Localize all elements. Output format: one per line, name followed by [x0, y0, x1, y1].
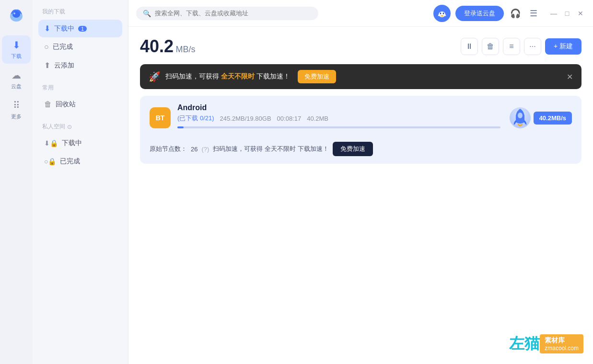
more-button[interactable]: ··· [524, 38, 541, 55]
rocket-icon [507, 105, 534, 131]
nodes-accelerate-button[interactable]: 免费加速 [333, 142, 373, 156]
qq-avatar [433, 5, 451, 22]
nav-item-recycle-label: 回收站 [56, 100, 76, 109]
download-icon: ⬇ [12, 39, 21, 51]
nav-item-cloud-add[interactable]: ⬆ 云添加 [38, 57, 122, 74]
downloading-icon: ⬇ [44, 24, 50, 33]
promo-highlight: 全天不限时 [221, 72, 255, 80]
maximize-button[interactable]: □ [562, 9, 572, 18]
recycle-icon: 🗑 [44, 100, 52, 109]
sidebar-item-download-label: 下载 [11, 53, 22, 60]
download-right: 40.2MB/s [507, 105, 572, 131]
search-icon: 🔍 [143, 10, 151, 17]
speed-badge: 40.2MB/s [534, 112, 572, 125]
nav-item-recycle[interactable]: 🗑 回收站 [38, 96, 122, 113]
speed-display: 40.2 MB/s [140, 36, 196, 57]
promo-banner: 🚀 扫码加速，可获得 全天不限时 下载加速！ 免费加速 ✕ [140, 64, 581, 89]
download-card-header: BT Android (已下载 0/21) 245.2MB/19.80GB 00… [150, 103, 572, 132]
nav-panel: 我的下载 ⬇ 下载中 1 ○ 已完成 ⬆ 云添加 常用 🗑 回收站 私人空间 ⊙… [33, 0, 128, 364]
promo-close-button[interactable]: ✕ [567, 72, 573, 81]
nav-section-my: 我的下载 ⬇ 下载中 1 ○ 已完成 ⬆ 云添加 [38, 8, 122, 74]
sidebar-item-download[interactable]: ⬇ 下载 [2, 35, 31, 64]
topbar: 🔍 登录送云盘 🎧 ☰ — □ [128, 0, 593, 27]
file-size: 245.2MB/19.80GB [220, 115, 271, 122]
download-meta: (已下载 0/21) 245.2MB/19.80GB 00:08:17 40.2… [177, 114, 500, 123]
sidebar-item-cloud-label: 云盘 [11, 83, 22, 90]
private-download-icon: ⬇🔒 [44, 139, 58, 147]
toolbar-buttons: ⏸ 🗑 ≡ ··· + 新建 [461, 38, 581, 55]
bt-icon: BT [150, 107, 171, 128]
svg-point-2 [13, 12, 15, 14]
nav-section-private-title: 私人空间 ⊙ [38, 123, 122, 131]
sort-button[interactable]: ≡ [503, 38, 520, 55]
sidebar-item-cloud[interactable]: ☁ 云盘 [2, 66, 31, 94]
svg-point-7 [443, 13, 444, 14]
new-task-button[interactable]: + 新建 [545, 38, 581, 55]
nav-section-common-title: 常用 [38, 84, 122, 92]
speed-unit: MB/s [176, 45, 196, 54]
nodes-count: 26 [191, 146, 198, 153]
sidebar-item-more[interactable]: ⠿ 更多 [2, 96, 31, 124]
app-logo [6, 5, 27, 26]
watermark-blue-text: 左猫 [509, 333, 540, 354]
nav-item-completed-label: 已完成 [53, 43, 73, 51]
download-info: Android (已下载 0/21) 245.2MB/19.80GB 00:08… [177, 103, 500, 132]
help-icon[interactable]: (?) [201, 146, 209, 153]
close-button[interactable]: ✕ [576, 9, 585, 18]
headset-icon[interactable]: 🎧 [509, 7, 522, 20]
download-name: Android [177, 103, 500, 112]
nav-item-private-completed-label: 已完成 [60, 157, 80, 166]
svg-point-10 [518, 113, 523, 118]
promo-rocket-icon: 🚀 [149, 71, 161, 82]
nodes-prefix: 原始节点数： [150, 145, 187, 153]
search-box[interactable]: 🔍 [136, 7, 318, 20]
nav-section-my-title: 我的下载 [38, 8, 122, 16]
pause-button[interactable]: ⏸ [461, 38, 478, 55]
nodes-desc-text: 扫码加速，可获得 全天不限时 下载加速！ [213, 145, 328, 153]
minimize-button[interactable]: — [549, 9, 558, 18]
delete-button[interactable]: 🗑 [482, 38, 499, 55]
svg-point-8 [441, 15, 443, 16]
promo-free-button[interactable]: 免费加速 [298, 70, 336, 83]
speed-right: 40.2MB [307, 115, 328, 122]
nav-item-downloading-label: 下载中 [54, 24, 74, 33]
time-remaining: 00:08:17 [277, 115, 302, 122]
nav-item-private-downloading[interactable]: ⬇🔒 下载中 [38, 135, 122, 152]
icon-sidebar: ⬇ 下载 ☁ 云盘 ⠿ 更多 [0, 0, 33, 364]
rocket-speed-display: 40.2MB/s [507, 105, 572, 131]
promo-text: 扫码加速，可获得 全天不限时 下载加速！ [165, 72, 290, 81]
cloud-add-icon: ⬆ [44, 61, 50, 70]
svg-point-1 [12, 11, 20, 18]
menu-icon[interactable]: ☰ [527, 7, 540, 20]
nav-item-downloading[interactable]: ⬇ 下载中 1 [38, 20, 122, 37]
sidebar-item-more-label: 更多 [11, 113, 22, 120]
nodes-row: 原始节点数： 26 (?) 扫码加速，可获得 全天不限时 下载加速！ 免费加速 [150, 138, 572, 156]
watermark: 左猫 素材库 zmacool.com [509, 333, 583, 354]
speed-header: 40.2 MB/s ⏸ 🗑 ≡ ··· + 新建 [140, 36, 581, 57]
completed-icon: ○ [44, 43, 49, 51]
private-completed-icon: ○🔒 [44, 158, 56, 165]
nav-section-common: 常用 🗑 回收站 [38, 84, 122, 113]
main-content: 🔍 登录送云盘 🎧 ☰ — □ [128, 0, 593, 364]
cloud-icon: ☁ [12, 69, 21, 81]
nav-section-private: 私人空间 ⊙ ⬇🔒 下载中 ○🔒 已完成 [38, 123, 122, 170]
progress-bar-fill [177, 126, 184, 128]
speed-value: 40.2 [140, 36, 174, 56]
content-area: 40.2 MB/s ⏸ 🗑 ≡ ··· + 新建 🚀 扫码加速，可获得 全天不限… [128, 27, 593, 364]
private-info-icon[interactable]: ⊙ [67, 124, 72, 130]
nav-item-private-downloading-label: 下载中 [62, 139, 82, 148]
nav-item-private-completed[interactable]: ○🔒 已完成 [38, 153, 122, 170]
downloading-badge: 1 [78, 26, 87, 32]
svg-point-6 [440, 13, 441, 14]
search-input[interactable] [155, 10, 312, 17]
more-icon: ⠿ [13, 100, 20, 111]
download-card: BT Android (已下载 0/21) 245.2MB/19.80GB 00… [140, 96, 581, 164]
nav-item-completed[interactable]: ○ 已完成 [38, 38, 122, 56]
watermark-line1: 素材库 [545, 336, 579, 345]
nav-item-cloud-add-label: 云添加 [54, 61, 74, 70]
topbar-right: 登录送云盘 🎧 ☰ — □ ✕ [433, 5, 585, 22]
login-button[interactable]: 登录送云盘 [455, 6, 504, 21]
watermark-box: 素材库 zmacool.com [540, 334, 583, 353]
progress-bar [177, 126, 500, 128]
downloaded-count: (已下载 0/21) [177, 114, 214, 123]
